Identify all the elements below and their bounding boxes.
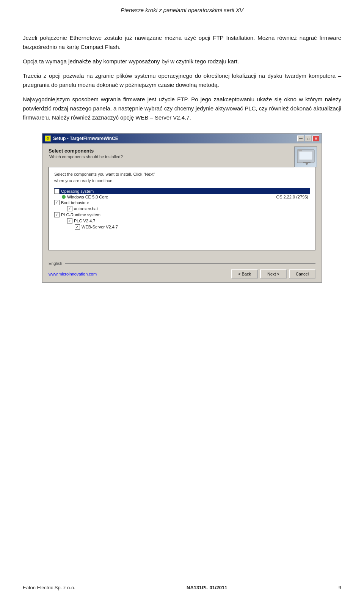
list-item[interactable]: ✓ PLC V2.4.7 <box>62 218 310 224</box>
paragraph-3: Trzecia z opcji pozwala na zgranie plikó… <box>23 71 341 90</box>
instruction-line1: Select the components you want to instal… <box>54 172 155 176</box>
bullet-windows-ce <box>62 195 66 199</box>
paragraph-4: Najwygodniejszym sposobem wgrania firmwa… <box>23 95 341 122</box>
list-item[interactable]: ✓ PLC-Runtime system <box>54 212 310 218</box>
svg-rect-4 <box>303 162 311 163</box>
dialog-footer: English www.microinnovation.com < Back N… <box>42 261 322 282</box>
main-content: Jeżeli połączenie Ethernetowe zostało ju… <box>0 18 364 309</box>
component-label-plc-v247: PLC V2.4.7 <box>74 219 95 223</box>
footer-bottom-row: www.microinnovation.com < Back Next > Ca… <box>49 269 315 279</box>
dialog-titlebar: ⚙ Setup - TargetFirmwareWinCE — □ ✕ <box>42 134 322 143</box>
next-button[interactable]: Next > <box>260 269 287 279</box>
footer-lang-line: English <box>49 261 315 266</box>
footer-website-link[interactable]: www.microinnovation.com <box>49 272 97 276</box>
paragraph-2: Opcja ta wymaga jednakże aby komputer wy… <box>23 57 341 66</box>
list-item[interactable]: ✓ Operating system <box>54 188 310 194</box>
dialog-window-controls[interactable]: — □ ✕ <box>297 135 319 142</box>
component-label-operating-system: Operating system <box>61 189 94 194</box>
dialog-title: Setup - TargetFirmwareWinCE <box>53 136 118 141</box>
component-label-web-server: WEB-Server V2.4.7 <box>82 225 118 229</box>
checkbox-autoexec[interactable]: ✓ <box>67 206 72 211</box>
dialog-app-icon: ⚙ <box>45 135 51 142</box>
footer-company-name: Eaton Electric Sp. z o.o. <box>23 585 75 590</box>
section-separator <box>49 163 291 163</box>
header-title: Pierwsze kroki z panelami operatorskimi … <box>121 7 243 13</box>
list-item[interactable]: ✓ Boot behaviour <box>54 200 310 206</box>
svg-rect-1 <box>299 151 312 160</box>
component-tree: ✓ Operating system Windows CE 5.0 Core O… <box>54 188 310 230</box>
svg-rect-2 <box>298 149 302 151</box>
instruction-line2: when you are ready to continue. <box>54 178 114 183</box>
footer-page-number: 9 <box>339 585 341 590</box>
checkbox-plc-runtime[interactable]: ✓ <box>54 212 60 217</box>
minimize-button[interactable]: — <box>297 135 304 142</box>
component-label-plc-runtime: PLC-Runtime system <box>61 212 100 217</box>
paragraph-1: Jeżeli połączenie Ethernetowe zostało ju… <box>23 33 341 52</box>
maximize-button[interactable]: □ <box>305 135 312 142</box>
close-button[interactable]: ✕ <box>312 135 319 142</box>
list-item[interactable]: ✓ WEB-Server V2.4.7 <box>69 224 310 230</box>
component-label-boot-behaviour: Boot behaviour <box>61 200 89 205</box>
back-button[interactable]: < Back <box>231 269 258 279</box>
checkbox-plc-v247[interactable]: ✓ <box>67 218 72 224</box>
list-item[interactable]: Windows CE 5.0 Core OS 2.22.0 (2795) <box>62 194 310 200</box>
dialog-illustration <box>294 146 317 167</box>
checkbox-web-server[interactable]: ✓ <box>75 224 80 230</box>
inner-instruction: Select the components you want to instal… <box>54 171 310 184</box>
inner-component-box: Select the components you want to instal… <box>49 167 315 250</box>
footer-doc-number: NA131PL 01/2011 <box>187 585 227 590</box>
cancel-button[interactable]: Cancel <box>289 269 315 279</box>
checkbox-boot-behaviour[interactable]: ✓ <box>54 200 60 205</box>
component-label-autoexec: autoexec.bat <box>74 206 98 211</box>
footer-buttons: < Back Next > Cancel <box>231 269 315 279</box>
component-version-windows-ce: OS 2.22.0 (2795) <box>276 195 310 199</box>
footer-language: English <box>49 261 62 266</box>
list-item[interactable]: ✓ autoexec.bat <box>62 206 310 212</box>
page-header: Pierwsze kroki z panelami operatorskimi … <box>0 0 364 18</box>
section-title: Select components <box>49 148 315 154</box>
component-label-windows-ce: Windows CE 5.0 Core <box>67 195 108 199</box>
footer-separator-line <box>65 263 315 264</box>
titlebar-left: ⚙ Setup - TargetFirmwareWinCE <box>45 135 118 142</box>
section-subtitle: Which components should be installed? <box>49 154 315 159</box>
page-footer: Eaton Electric Sp. z o.o. NA131PL 01/201… <box>0 580 364 595</box>
dialog-body: Select components Which components shoul… <box>42 143 322 261</box>
app-icon-symbol: ⚙ <box>46 137 49 140</box>
checkbox-operating-system[interactable]: ✓ <box>54 189 60 194</box>
setup-dialog: ⚙ Setup - TargetFirmwareWinCE — □ ✕ <box>42 133 322 283</box>
dialog-wrapper: ⚙ Setup - TargetFirmwareWinCE — □ ✕ <box>42 133 322 283</box>
